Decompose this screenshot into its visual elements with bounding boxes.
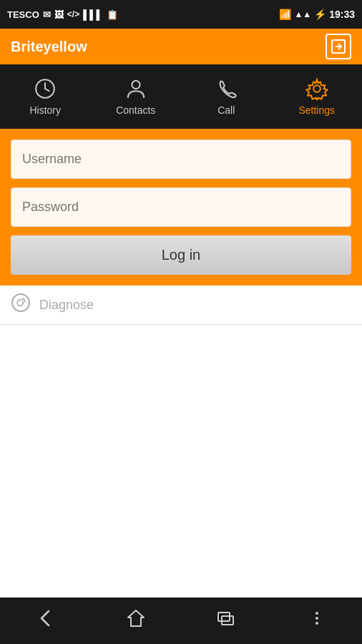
app-title: Briteyellow	[11, 39, 87, 55]
tab-settings[interactable]: Settings	[272, 64, 363, 129]
home-button[interactable]	[125, 608, 147, 634]
mail-icon: ✉	[43, 9, 51, 20]
title-bar: Briteyellow	[0, 29, 362, 64]
login-button[interactable]: Log in	[11, 235, 351, 275]
recent-icon	[215, 608, 237, 629]
battery-icon: ⚡	[314, 9, 326, 20]
svg-point-13	[315, 622, 318, 625]
clipboard-icon: 📋	[107, 9, 118, 20]
svg-line-4	[45, 89, 49, 91]
svg-point-7	[12, 294, 29, 311]
menu-icon	[306, 608, 328, 629]
tab-contacts-label: Contacts	[116, 104, 155, 116]
tab-call[interactable]: Call	[181, 64, 272, 129]
wrench-icon	[11, 293, 31, 318]
diagnose-wrench-icon	[11, 293, 31, 313]
svg-point-5	[132, 81, 140, 89]
back-icon	[34, 608, 56, 629]
tab-settings-label: Settings	[298, 104, 335, 116]
status-left: TESCO ✉ 🖼 </> ▌▌▌ 📋	[7, 9, 118, 20]
carrier-label: TESCO	[7, 9, 39, 20]
username-input[interactable]	[11, 140, 351, 179]
wifi-icon: 📶	[279, 9, 291, 20]
clock-icon	[34, 77, 57, 100]
tab-history-label: History	[29, 104, 61, 116]
menu-button[interactable]	[306, 608, 328, 634]
tab-contacts[interactable]: Contacts	[91, 64, 182, 129]
tab-history[interactable]: History	[0, 64, 91, 129]
login-form-area: Log in	[0, 129, 362, 286]
image-icon: 🖼	[54, 9, 64, 20]
back-button[interactable]	[34, 608, 56, 634]
diagnose-label: Diagnose	[39, 298, 94, 313]
tab-call-label: Call	[217, 104, 235, 116]
signal-icon: ▲▲	[294, 9, 311, 19]
tab-bar: History Contacts Call Settings	[0, 64, 362, 129]
svg-point-11	[315, 612, 318, 615]
phone-icon	[215, 77, 238, 100]
recent-button[interactable]	[215, 608, 237, 634]
svg-point-12	[315, 617, 318, 620]
bottom-nav	[0, 597, 362, 644]
diagnose-row[interactable]: Diagnose	[0, 286, 362, 325]
svg-point-6	[313, 85, 321, 92]
dev-icon: </>	[67, 9, 79, 19]
main-content-area	[0, 325, 362, 597]
settings-icon	[305, 77, 328, 100]
password-input[interactable]	[11, 187, 351, 227]
status-right: 📶 ▲▲ ⚡ 19:33	[279, 9, 355, 20]
contacts-icon	[124, 77, 147, 100]
svg-marker-8	[128, 610, 144, 626]
signal-bars-icon: ▌▌▌	[83, 9, 103, 20]
status-bar: TESCO ✉ 🖼 </> ▌▌▌ 📋 📶 ▲▲ ⚡ 19:33	[0, 0, 362, 29]
exit-button[interactable]	[326, 34, 351, 59]
exit-icon	[331, 39, 346, 54]
time-label: 19:33	[329, 9, 355, 20]
home-icon	[125, 608, 147, 629]
